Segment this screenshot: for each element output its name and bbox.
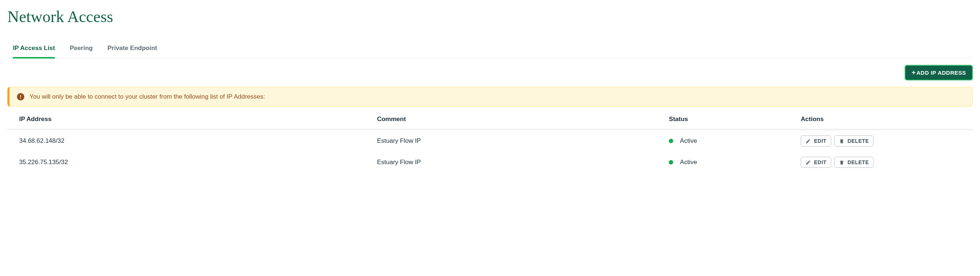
cell-actions: EDIT DELETE [801,157,961,168]
table-row: 35.226.75.135/32 Estuary Flow IP Active … [7,152,973,173]
pencil-icon [805,160,811,165]
warning-icon: ! [17,93,24,100]
tab-private-endpoint[interactable]: Private Endpoint [108,41,157,59]
pencil-icon [805,138,811,144]
add-button-label: ADD IP ADDRESS [916,70,966,76]
page-title: Network Access [7,7,973,26]
add-ip-address-button[interactable]: + ADD IP ADDRESS [905,65,973,80]
status-dot-icon [669,160,673,165]
tab-peering[interactable]: Peering [70,41,92,59]
tab-ip-access-list[interactable]: IP Access List [13,41,55,59]
cell-status: Active [669,137,801,144]
status-text: Active [680,137,697,144]
delete-button[interactable]: DELETE [834,135,873,146]
delete-button[interactable]: DELETE [834,157,873,168]
table-row: 34.68.62.148/32 Estuary Flow IP Active E… [7,130,973,152]
info-alert: ! You will only be able to connect to yo… [7,87,973,107]
edit-label: EDIT [814,159,826,165]
alert-message: You will only be able to connect to your… [29,93,265,100]
column-header-actions: Actions [801,116,961,123]
edit-button[interactable]: EDIT [801,135,831,146]
edit-label: EDIT [814,138,826,144]
status-text: Active [680,159,697,166]
column-header-ip: IP Address [19,116,377,123]
table-header-row: IP Address Comment Status Actions [7,109,973,130]
plus-icon: + [912,69,916,76]
cell-ip: 34.68.62.148/32 [19,137,377,144]
column-header-comment: Comment [377,116,669,123]
toolbar: + ADD IP ADDRESS [7,59,973,84]
cell-status: Active [669,159,801,166]
cell-ip: 35.226.75.135/32 [19,159,377,166]
tabs-bar: IP Access List Peering Private Endpoint [7,41,973,59]
status-dot-icon [669,139,673,143]
ip-access-table: IP Address Comment Status Actions 34.68.… [7,109,973,173]
edit-button[interactable]: EDIT [801,157,831,168]
cell-actions: EDIT DELETE [801,135,961,146]
trash-icon [839,138,845,144]
delete-label: DELETE [847,159,869,165]
delete-label: DELETE [847,138,869,144]
trash-icon [839,160,845,165]
cell-comment: Estuary Flow IP [377,137,669,144]
cell-comment: Estuary Flow IP [377,159,669,166]
column-header-status: Status [669,116,801,123]
